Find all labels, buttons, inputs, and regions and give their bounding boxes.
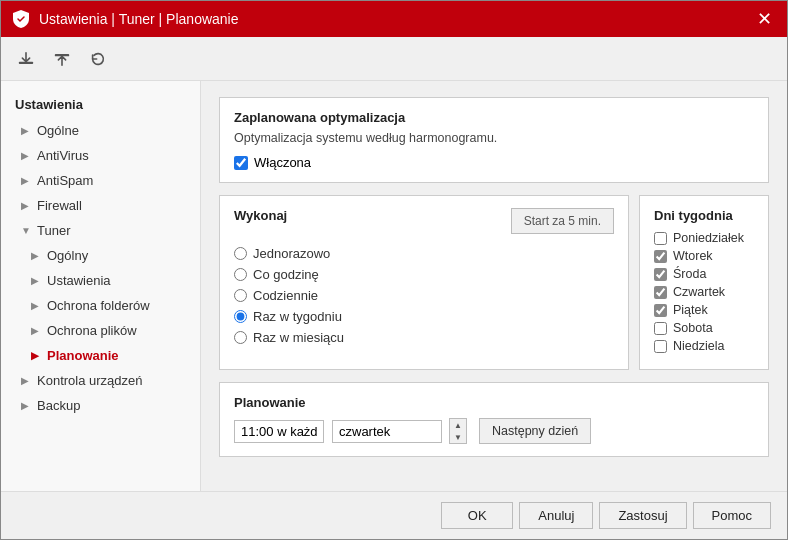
sidebar-item-antivirus[interactable]: ▶ AntiVirus <box>1 143 200 168</box>
close-button[interactable]: ✕ <box>751 6 777 32</box>
radio-jednorazowo-input[interactable] <box>234 247 247 260</box>
radio-raz-w-tygodniu-input[interactable] <box>234 310 247 323</box>
day-niedziela-checkbox[interactable] <box>654 340 667 353</box>
sidebar-label-tuner-ustawienia: Ustawienia <box>47 273 111 288</box>
sidebar-item-antispam[interactable]: ▶ AntiSpam <box>1 168 200 193</box>
content-area: Zaplanowana optymalizacja Optymalizacja … <box>201 81 787 491</box>
scheduled-desc: Optymalizacja systemu według harmonogram… <box>234 131 754 145</box>
sidebar-label-backup: Backup <box>37 398 80 413</box>
day-sobota: Sobota <box>654 321 754 335</box>
main-window: Ustawienia | Tuner | Planowanie ✕ Ustawi… <box>0 0 788 540</box>
day-niedziela-label: Niedziela <box>673 339 724 353</box>
sidebar-label-kontrola: Kontrola urządzeń <box>37 373 143 388</box>
radio-codziennie-input[interactable] <box>234 289 247 302</box>
day-czwartek: Czwartek <box>654 285 754 299</box>
title-bar: Ustawienia | Tuner | Planowanie ✕ <box>1 1 787 37</box>
ok-button[interactable]: OK <box>441 502 513 529</box>
day-sroda-label: Środa <box>673 267 706 281</box>
day-wtorek-checkbox[interactable] <box>654 250 667 263</box>
enabled-label: Włączona <box>254 155 311 170</box>
day-sroda: Środa <box>654 267 754 281</box>
next-day-button[interactable]: Następny dzień <box>479 418 591 444</box>
sidebar-item-tuner-planowanie[interactable]: ▶ Planowanie <box>1 343 200 368</box>
time-input[interactable] <box>234 420 324 443</box>
sidebar-label-firewall: Firewall <box>37 198 82 213</box>
planowanie-title: Planowanie <box>234 395 754 410</box>
sidebar-item-tuner-foldery[interactable]: ▶ Ochrona folderów <box>1 293 200 318</box>
day-czwartek-label: Czwartek <box>673 285 725 299</box>
chevron-right-icon: ▶ <box>21 150 31 161</box>
planowanie-box: Planowanie czwartek poniedziałek wtorek … <box>219 382 769 457</box>
sidebar-item-firewall[interactable]: ▶ Firewall <box>1 193 200 218</box>
chevron-right-icon: ▶ <box>31 300 41 311</box>
chevron-down-icon: ▼ <box>21 225 31 236</box>
apply-button[interactable]: Zastosuj <box>599 502 686 529</box>
sidebar-item-backup[interactable]: ▶ Backup <box>1 393 200 418</box>
footer: OK Anuluj Zastosuj Pomoc <box>1 491 787 539</box>
day-poniedzialek-label: Poniedziałek <box>673 231 744 245</box>
spinner-buttons: ▲ ▼ <box>449 418 467 444</box>
radio-raz-w-miesiacu-input[interactable] <box>234 331 247 344</box>
chevron-right-icon: ▶ <box>31 250 41 261</box>
day-select[interactable]: czwartek poniedziałek wtorek środa piąte… <box>332 420 442 443</box>
enabled-checkbox-row: Włączona <box>234 155 754 170</box>
sidebar-item-ogolne[interactable]: ▶ Ogólne <box>1 118 200 143</box>
help-button[interactable]: Pomoc <box>693 502 771 529</box>
cancel-button[interactable]: Anuluj <box>519 502 593 529</box>
shield-icon <box>11 9 31 29</box>
sidebar-label-tuner-planowanie: Planowanie <box>47 348 119 363</box>
radio-raz-w-miesiacu-label: Raz w miesiącu <box>253 330 344 345</box>
wykonaj-header: Wykonaj Start za 5 min. <box>234 208 614 238</box>
day-wtorek: Wtorek <box>654 249 754 263</box>
spinner-up-button[interactable]: ▲ <box>450 419 466 431</box>
radio-co-godzine: Co godzinę <box>234 267 614 282</box>
window-title: Ustawienia | Tuner | Planowanie <box>39 11 239 27</box>
day-sobota-label: Sobota <box>673 321 713 335</box>
days-box: Dni tygodnia Poniedziałek Wtorek Środa <box>639 195 769 370</box>
sidebar-label-antispam: AntiSpam <box>37 173 93 188</box>
sidebar-label-tuner: Tuner <box>37 223 70 238</box>
enabled-checkbox[interactable] <box>234 156 248 170</box>
day-piatek: Piątek <box>654 303 754 317</box>
radio-raz-w-tygodniu: Raz w tygodniu <box>234 309 614 324</box>
toolbar <box>1 37 787 81</box>
scheduled-optimization-box: Zaplanowana optymalizacja Optymalizacja … <box>219 97 769 183</box>
day-czwartek-checkbox[interactable] <box>654 286 667 299</box>
sidebar-item-tuner-ustawienia[interactable]: ▶ Ustawienia <box>1 268 200 293</box>
sidebar-label-tuner-pliki: Ochrona plików <box>47 323 137 338</box>
chevron-right-icon: ▶ <box>31 350 41 361</box>
day-niedziela: Niedziela <box>654 339 754 353</box>
sidebar-item-tuner[interactable]: ▼ Tuner <box>1 218 200 243</box>
radio-raz-w-miesiacu: Raz w miesiącu <box>234 330 614 345</box>
toolbar-btn-2[interactable] <box>47 44 77 74</box>
toolbar-btn-1[interactable] <box>11 44 41 74</box>
chevron-right-icon: ▶ <box>21 125 31 136</box>
radio-co-godzine-input[interactable] <box>234 268 247 281</box>
radio-jednorazowo: Jednorazowo <box>234 246 614 261</box>
days-title: Dni tygodnia <box>654 208 754 223</box>
scheduled-title: Zaplanowana optymalizacja <box>234 110 754 125</box>
toolbar-btn-3[interactable] <box>83 44 113 74</box>
day-poniedzialek-checkbox[interactable] <box>654 232 667 245</box>
radio-codziennie: Codziennie <box>234 288 614 303</box>
planowanie-controls: czwartek poniedziałek wtorek środa piąte… <box>234 418 754 444</box>
sidebar-item-tuner-pliki[interactable]: ▶ Ochrona plików <box>1 318 200 343</box>
spinner-down-button[interactable]: ▼ <box>450 431 466 443</box>
day-sroda-checkbox[interactable] <box>654 268 667 281</box>
sidebar-item-kontrola[interactable]: ▶ Kontrola urządzeń <box>1 368 200 393</box>
day-poniedzialek: Poniedziałek <box>654 231 754 245</box>
main-area: Ustawienia ▶ Ogólne ▶ AntiVirus ▶ AntiSp… <box>1 81 787 491</box>
day-sobota-checkbox[interactable] <box>654 322 667 335</box>
day-wtorek-label: Wtorek <box>673 249 713 263</box>
day-piatek-checkbox[interactable] <box>654 304 667 317</box>
day-piatek-label: Piątek <box>673 303 708 317</box>
sidebar-label-tuner-foldery: Ochrona folderów <box>47 298 150 313</box>
sidebar-item-tuner-ogolny[interactable]: ▶ Ogólny <box>1 243 200 268</box>
sidebar: Ustawienia ▶ Ogólne ▶ AntiVirus ▶ AntiSp… <box>1 81 201 491</box>
chevron-right-icon: ▶ <box>21 375 31 386</box>
radio-raz-w-tygodniu-label: Raz w tygodniu <box>253 309 342 324</box>
wykonaj-title: Wykonaj <box>234 208 287 223</box>
start-button[interactable]: Start za 5 min. <box>511 208 614 234</box>
sidebar-label-antivirus: AntiVirus <box>37 148 89 163</box>
chevron-right-icon: ▶ <box>21 400 31 411</box>
